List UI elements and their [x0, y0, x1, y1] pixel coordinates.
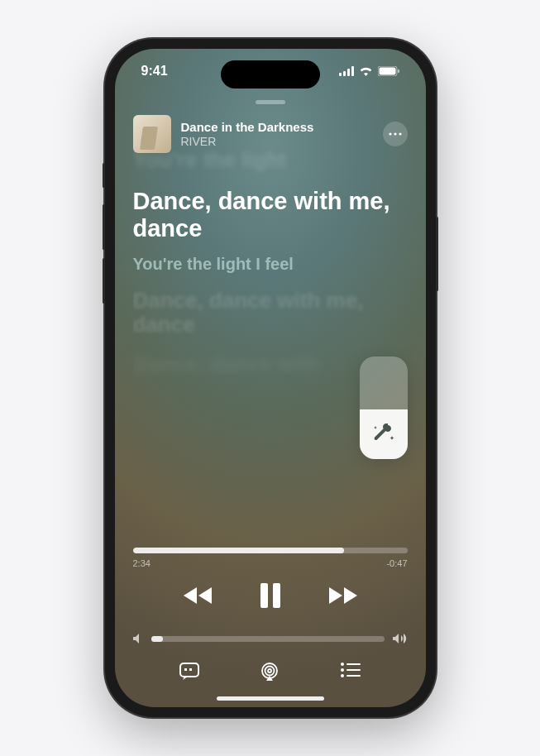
battery-icon — [378, 66, 399, 76]
bottom-actions — [133, 663, 408, 684]
transport-row — [133, 583, 408, 611]
previous-button[interactable] — [182, 586, 213, 609]
svg-point-18 — [341, 668, 344, 672]
svg-point-14 — [265, 667, 275, 676]
pause-button[interactable] — [260, 583, 281, 611]
screen: 9:41 Dance in the Darkness RIVER You're … — [115, 49, 426, 707]
queue-button[interactable] — [341, 663, 361, 684]
volume-low-icon — [133, 633, 143, 644]
svg-point-16 — [341, 663, 344, 666]
now-playing-header: Dance in the Darkness RIVER — [133, 115, 408, 153]
time-row: 2:34 -0:47 — [133, 558, 408, 568]
svg-rect-1 — [343, 71, 346, 76]
dynamic-island — [221, 60, 320, 89]
wifi-icon — [359, 66, 373, 76]
sing-vocal-slider[interactable] — [360, 356, 408, 459]
ellipsis-icon — [389, 132, 402, 136]
volume-slider[interactable] — [151, 636, 385, 642]
svg-rect-19 — [346, 669, 361, 671]
more-button[interactable] — [383, 122, 408, 146]
list-icon — [341, 663, 361, 677]
lyric-line-current: Dance, dance with me, dance — [133, 188, 408, 243]
svg-point-8 — [394, 132, 396, 135]
sing-slider-fill — [360, 409, 408, 459]
progress-fill — [133, 548, 345, 553]
quote-bubble-icon — [179, 663, 199, 681]
track-title: Dance in the Darkness — [181, 120, 373, 135]
svg-point-15 — [268, 669, 271, 672]
svg-rect-17 — [346, 663, 361, 665]
home-indicator[interactable] — [217, 696, 324, 701]
volume-up-hw — [103, 204, 105, 250]
svg-rect-10 — [260, 583, 268, 608]
forward-icon — [327, 586, 359, 605]
next-button[interactable] — [327, 586, 359, 609]
svg-rect-21 — [346, 675, 361, 677]
svg-point-7 — [389, 132, 391, 135]
volume-high-icon — [393, 633, 408, 644]
mic-sparkle-icon — [372, 423, 395, 446]
silent-switch — [103, 163, 105, 188]
album-art[interactable] — [133, 115, 171, 153]
volume-down-hw — [103, 258, 105, 304]
track-info[interactable]: Dance in the Darkness RIVER — [181, 120, 373, 149]
pause-icon — [260, 583, 281, 608]
lyric-line-next: You're the light I feel — [133, 255, 408, 274]
time-elapsed: 2:34 — [133, 558, 151, 568]
sheet-grabber[interactable] — [256, 100, 285, 104]
progress-slider[interactable] — [133, 548, 408, 553]
airplay-button[interactable] — [260, 663, 280, 684]
volume-row — [133, 633, 408, 644]
svg-rect-0 — [339, 73, 342, 76]
lyrics-button[interactable] — [179, 663, 199, 684]
svg-point-9 — [399, 132, 401, 135]
lyric-line-future-1: Dance, dance with me, dance — [133, 289, 408, 338]
player-controls: 2:34 -0:47 — [133, 548, 408, 684]
svg-rect-3 — [351, 66, 354, 76]
status-time: 9:41 — [141, 64, 168, 79]
svg-point-20 — [341, 674, 344, 677]
svg-rect-6 — [398, 69, 399, 73]
time-remaining: -0:47 — [386, 558, 407, 568]
svg-rect-5 — [379, 68, 395, 75]
status-right — [339, 66, 399, 76]
svg-rect-11 — [273, 583, 280, 608]
backward-icon — [182, 586, 213, 605]
airplay-icon — [260, 663, 280, 681]
power-button-hw — [436, 217, 438, 291]
svg-rect-2 — [347, 69, 350, 76]
track-artist: RIVER — [181, 135, 373, 149]
cellular-icon — [339, 66, 354, 76]
phone-frame: 9:41 Dance in the Darkness RIVER You're … — [105, 39, 436, 717]
